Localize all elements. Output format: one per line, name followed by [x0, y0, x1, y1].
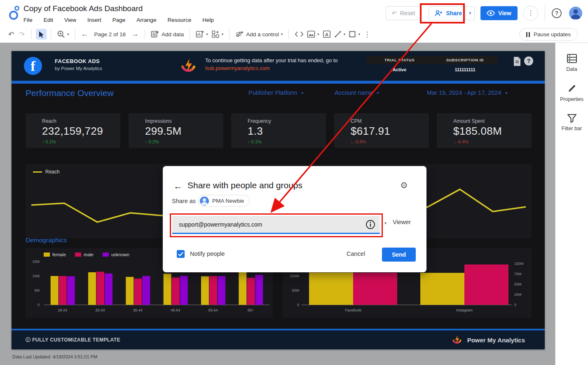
menu-edit[interactable]: Edit — [44, 17, 53, 23]
send-button[interactable]: Send — [382, 248, 416, 262]
svg-text:Facebook: Facebook — [345, 308, 361, 312]
svg-text:75M: 75M — [514, 272, 522, 276]
line-tool-icon — [334, 30, 342, 38]
role-dropdown[interactable]: Viewer — [393, 219, 411, 225]
undo-icon: ↶ — [392, 10, 397, 16]
dashboard-brand-name: FACEBOOK ADS — [55, 58, 100, 64]
header-divider — [545, 5, 545, 21]
view-button[interactable]: View — [480, 6, 518, 20]
trial-status-label: TRIAL STATUS — [367, 56, 432, 64]
svg-text:50M: 50M — [514, 282, 522, 286]
menu-resource[interactable]: Resource — [167, 17, 191, 23]
dialog-back-button[interactable]: ← — [173, 181, 183, 192]
app-header: Copy of Facebook Ads Dashboard File Edit… — [0, 0, 588, 26]
delta-arrow-icon: ↓ — [351, 139, 353, 144]
scorecard-reach[interactable]: Reach 232,159,729 ↑ 0.1% — [26, 113, 120, 148]
svg-text:Instagram: Instagram — [456, 308, 473, 312]
delta-arrow-icon: ↓ — [453, 139, 456, 144]
cancel-button[interactable]: Cancel — [347, 250, 365, 257]
community-visualizations-button[interactable]: ▾ — [211, 30, 224, 38]
filter-account-name[interactable]: Account name ▾ — [335, 89, 379, 96]
insert-image-button[interactable]: ▾ — [307, 30, 319, 38]
pencil-icon — [567, 84, 577, 94]
cursor-icon — [38, 31, 45, 38]
chevron-down-icon: ▾ — [301, 91, 303, 95]
chevron-down-icon: ▾ — [506, 91, 508, 95]
zoom-tool[interactable]: ▾ — [57, 30, 69, 38]
footer-brand: Power My Analytics — [451, 334, 525, 346]
undo-button[interactable]: ↶ — [6, 29, 16, 40]
power-my-analytics-logo — [451, 334, 463, 346]
previous-page-button[interactable]: ← — [80, 29, 90, 40]
add-data-button[interactable]: Add data — [151, 30, 184, 38]
share-menu-caret[interactable]: ▾ — [465, 6, 475, 20]
svg-text:18-24: 18-24 — [58, 308, 67, 312]
page-indicator[interactable]: Page 2 of 18 — [94, 31, 126, 37]
scorecard-impressions[interactable]: Impressions 299.5M ↑ 0.2% — [129, 113, 223, 148]
scorecard-frequency[interactable]: Frequency 1.3 ↑ 0.1% — [231, 113, 326, 148]
menu-arrange[interactable]: Arrange — [136, 17, 156, 23]
kebab-icon: ⋮ — [527, 9, 534, 17]
scorecard-amount-spent[interactable]: Amount Spent $185.08M ↓ -0.4% — [437, 113, 532, 148]
text-box-icon: A — [323, 30, 331, 38]
notify-people-checkbox[interactable] — [177, 250, 185, 258]
filter-funnel-icon — [567, 114, 577, 123]
filter-date-range[interactable]: Mar 19, 2024 - Apr 17, 2024 ▾ — [427, 89, 508, 96]
menu-file[interactable]: File — [23, 17, 33, 23]
code-icon — [295, 31, 304, 37]
add-chart-button[interactable]: ▾ — [196, 30, 208, 38]
account-avatar[interactable] — [569, 7, 582, 20]
document-icon[interactable] — [513, 56, 522, 66]
svg-text:15M: 15M — [32, 260, 40, 264]
female-swatch — [44, 253, 50, 257]
insert-shape-button[interactable]: ▾ — [349, 30, 360, 38]
pause-icon — [526, 32, 530, 37]
add-control-button[interactable]: Add a control ▾ — [235, 30, 283, 38]
insert-text-button[interactable]: A — [323, 30, 331, 38]
demographics-legend: female male unknown — [44, 252, 129, 257]
delta-arrow-icon: ↑ — [145, 139, 148, 144]
menu-insert[interactable]: Insert — [87, 17, 101, 23]
looker-studio-logo — [8, 5, 21, 21]
embed-code-button[interactable] — [295, 31, 304, 37]
person-icon — [200, 197, 209, 206]
dashboard-header: f FACEBOOK ADS by Power My Analytics To … — [12, 51, 545, 81]
add-data-icon — [151, 30, 159, 38]
next-page-button[interactable]: → — [130, 29, 141, 40]
reset-button[interactable]: ↶ Reset — [386, 6, 421, 20]
more-options-button[interactable]: ⋮ — [523, 6, 538, 21]
toolbar-overflow-button[interactable]: ⋮ — [362, 29, 372, 40]
share-as-chip[interactable]: PMA Newbie — [198, 195, 250, 207]
filter-publisher-platform[interactable]: Publisher Platform ▾ — [248, 89, 304, 96]
accent-bar-top — [12, 81, 545, 84]
report-title[interactable]: Copy of Facebook Ads Dashboard — [23, 4, 143, 13]
trial-status-box: TRIAL STATUS SUBSCRIPTION ID Active 1111… — [367, 56, 498, 74]
pause-updates-button[interactable]: Pause updates — [519, 28, 578, 41]
trial-note-link[interactable]: hub.powermyanalytics.com — [205, 65, 270, 71]
insert-line-button[interactable]: ▾ — [334, 30, 346, 38]
dashboard-help-icon[interactable]: ? — [524, 56, 533, 66]
svg-text:A: A — [325, 32, 328, 37]
menu-view[interactable]: View — [64, 17, 76, 23]
share-settings-gear-icon[interactable]: ⚙ — [400, 180, 408, 190]
shape-icon — [349, 30, 356, 38]
zoom-caret-icon: ▾ — [67, 32, 69, 36]
menu-page[interactable]: Page — [112, 17, 126, 23]
facebook-logo: f — [24, 57, 42, 75]
panel-tab-filter-bar[interactable]: Filter bar — [555, 114, 588, 131]
svg-text:0: 0 — [37, 303, 40, 307]
notify-people-label: Notify people — [190, 250, 225, 257]
add-chart-icon — [196, 30, 204, 38]
scorecard-cpm[interactable]: CPM $617.91 ↓ -0.6% — [334, 113, 429, 148]
menu-help[interactable]: Help — [202, 17, 214, 23]
role-caret-icon: ▾ — [384, 221, 387, 225]
data-icon — [567, 54, 577, 63]
annotation-box-share — [420, 3, 465, 23]
dialog-title: Share with people and groups — [187, 180, 302, 190]
annotation-box-email — [170, 213, 383, 237]
panel-tab-data[interactable]: Data — [555, 54, 588, 72]
redo-button[interactable]: ↷ — [16, 29, 27, 40]
select-tool-button[interactable] — [36, 29, 47, 40]
help-button[interactable]: ? — [552, 8, 562, 18]
panel-tab-properties[interactable]: Properties — [555, 84, 588, 102]
